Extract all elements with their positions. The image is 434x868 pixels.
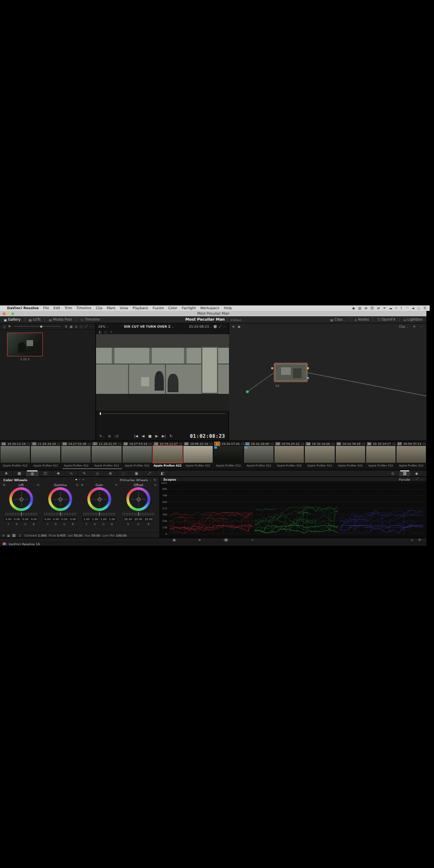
clip-thumbnail[interactable] xyxy=(153,446,182,463)
blur-icon[interactable]: ◌ xyxy=(117,470,130,476)
bluetooth-icon[interactable]: ᛒ xyxy=(400,306,403,311)
menu-item-trim[interactable]: Trim xyxy=(65,306,72,310)
wheel-reset-icon[interactable]: ↻ xyxy=(154,483,157,487)
grid-view-icon[interactable]: ▦ xyxy=(69,324,73,328)
node-more-icon[interactable]: ⋯ xyxy=(420,324,423,328)
clip-thumbnail[interactable] xyxy=(31,446,60,463)
node-graph[interactable]: 01 xyxy=(229,329,426,441)
timeline-clip-27[interactable]: 2716:54:37:11V1Apple ProRes 422 xyxy=(396,441,426,470)
clip-thumbnail[interactable] xyxy=(214,446,243,463)
qualifier-icon[interactable]: ✎ xyxy=(78,470,91,476)
tab-media-pool[interactable]: ▤Media Pool xyxy=(45,316,76,323)
expand-icon[interactable]: ⤢ xyxy=(85,324,87,329)
menu-item-fusion[interactable]: Fusion xyxy=(152,306,164,310)
annotate-pencil-icon[interactable]: ✎⌄ xyxy=(99,434,105,438)
adjustment-sat[interactable]: Sat50.00 xyxy=(68,534,82,537)
wheel-value-box[interactable]: 0.00 xyxy=(22,517,29,521)
page-dot[interactable] xyxy=(82,479,84,481)
clip-thumbnail[interactable] xyxy=(123,446,152,463)
clip-thumbnail[interactable] xyxy=(244,446,273,463)
menu-item-workspace[interactable]: Workspace xyxy=(200,306,220,310)
clip-thumbnail[interactable] xyxy=(1,446,30,463)
sort-icon[interactable]: ⇅ xyxy=(65,324,67,328)
motion-effects-icon[interactable]: ✚ xyxy=(52,470,65,476)
adjustment-pivot[interactable]: Pivot0.435 xyxy=(49,534,66,537)
master-wheel-slider[interactable] xyxy=(5,513,37,515)
wipe-eye-icon[interactable]: ⊙ xyxy=(387,470,398,476)
clip-strip-scrollbar[interactable] xyxy=(62,468,122,469)
timeline-clip-24[interactable]: 2418:32:10:00V1Apple ProRes 422 xyxy=(304,441,335,470)
scopes-icon[interactable]: ▥ xyxy=(399,470,410,476)
stop-icon[interactable]: ■ xyxy=(148,434,151,438)
timeline-clip-19[interactable]: 1916:54:13:07V1Apple ProRes 422 xyxy=(152,441,183,470)
timeline-name-dropdown[interactable]: DIR CUT V8 TURN OVER 2 ⌄ xyxy=(110,324,187,328)
display-icon[interactable]: ▥ xyxy=(358,306,361,311)
switch-icon[interactable]: ⇄ xyxy=(377,306,380,311)
adjustment-lum-mix[interactable]: Lum Mix100.00 xyxy=(103,534,126,537)
gallery-still-thumbnail[interactable] xyxy=(7,333,43,356)
window-icon[interactable]: ⊞ xyxy=(365,306,367,311)
node-source-dot[interactable] xyxy=(246,390,248,393)
node-mode-dropdown[interactable]: Clip ⌄ xyxy=(399,324,409,328)
wheel-reset-icon[interactable]: ↻ xyxy=(115,483,118,487)
viewer-expand-icon[interactable]: ⤢ xyxy=(219,324,221,329)
close-app-icon[interactable]: ✕ xyxy=(383,306,386,311)
wheel-value-box[interactable]: 1.00 xyxy=(108,517,116,521)
wheel-value-box[interactable]: 0.00 xyxy=(13,517,21,521)
keyframes-icon[interactable]: ◆ xyxy=(411,470,422,476)
timeline-clip-17[interactable]: 1711:28:21:15V1Apple ProRes 422 xyxy=(91,441,122,470)
wheel-value-box[interactable]: 0.00 xyxy=(43,517,51,521)
first-frame-icon[interactable]: |◀ xyxy=(134,434,138,438)
wheel-value-box[interactable]: 0.00 xyxy=(61,517,68,521)
viewer-timecode-dropdown[interactable]: 01:02:08:23 ⌄ xyxy=(189,324,212,328)
volume-icon[interactable]: ◄ xyxy=(412,306,414,311)
menu-item-mark[interactable]: Mark xyxy=(107,306,116,310)
wheel-page-2[interactable]: 2 xyxy=(18,534,22,537)
spotlight-icon[interactable]: ○ xyxy=(417,306,420,311)
menu-item-view[interactable]: View xyxy=(120,306,128,310)
timeline-clip-18[interactable]: 1814:27:53:14V1Apple ProRes 422 xyxy=(122,441,152,470)
pointer-tool-icon[interactable]: ➤ xyxy=(232,324,235,328)
image-wipe-icon[interactable]: ◧ xyxy=(99,330,101,334)
tracker-icon[interactable]: ⊕ xyxy=(104,470,117,476)
master-wheel-slider[interactable] xyxy=(44,513,76,515)
master-wheel-slider[interactable] xyxy=(123,513,154,515)
loop-icon[interactable]: ↻ xyxy=(170,434,173,438)
last-frame-icon[interactable]: ▶| xyxy=(162,434,165,438)
play-icon[interactable]: ▶ xyxy=(155,434,158,438)
clip-thumbnail[interactable] xyxy=(366,446,395,463)
tab-nodes[interactable]: ⋔Nodes xyxy=(350,316,373,323)
timeline-clip-22[interactable]: 2218:10:18:06V1Apple ProRes 422 xyxy=(244,441,274,470)
timeline-clip-25[interactable]: 2518:10:34:18V1Apple ProRes 422 xyxy=(335,441,366,470)
scope-mode-dropdown[interactable]: Parade⌄ ⤢ ⋯ xyxy=(399,477,423,481)
search-icon[interactable]: ○ xyxy=(80,324,82,328)
viewer-video[interactable] xyxy=(96,334,229,411)
wheel-handle[interactable] xyxy=(20,497,23,501)
wheel-ring[interactable] xyxy=(126,487,150,511)
control-center-icon[interactable]: ☰ xyxy=(424,306,426,311)
color-wheels-icon[interactable]: ◎ xyxy=(26,470,39,476)
wheel-ring[interactable] xyxy=(9,487,33,511)
window-icon[interactable]: ◇ xyxy=(91,470,104,476)
wheel-value-box[interactable]: 1.00 xyxy=(82,517,90,521)
timeline-clip-15[interactable]: 1511:28:19:16V1Apple ProRes 422 xyxy=(30,441,61,470)
wheel-value-box[interactable]: 0.00 xyxy=(4,517,12,521)
bypass-grade-icon[interactable]: ◉ xyxy=(238,324,240,328)
highlight-icon[interactable]: ✦ xyxy=(110,330,112,334)
viewer-zoom-dropdown[interactable]: 29% ⌄ xyxy=(98,324,108,328)
adjustment-hue[interactable]: Hue50.00 xyxy=(85,534,100,537)
stereo-3d-icon[interactable]: ◧ xyxy=(156,470,169,476)
color-grade-icon[interactable] xyxy=(214,325,217,328)
node-key-output-handle[interactable] xyxy=(307,377,309,379)
sizing-icon[interactable]: ⤢ xyxy=(143,470,156,476)
jog-playhead[interactable] xyxy=(100,412,101,415)
media-page-icon[interactable]: ▦ xyxy=(173,538,175,541)
node-input-handle[interactable] xyxy=(271,367,273,369)
master-wheel-slider[interactable] xyxy=(84,513,115,515)
node-settings-icon[interactable]: ✳ xyxy=(413,324,416,328)
clip-thumbnail[interactable] xyxy=(183,446,213,463)
audio-mute-icon[interactable]: ◁) xyxy=(114,434,119,438)
image-tool-icon[interactable]: ▣ xyxy=(108,434,111,438)
wheel-handle[interactable] xyxy=(59,497,62,501)
curves-icon[interactable]: ∿ xyxy=(65,470,78,476)
